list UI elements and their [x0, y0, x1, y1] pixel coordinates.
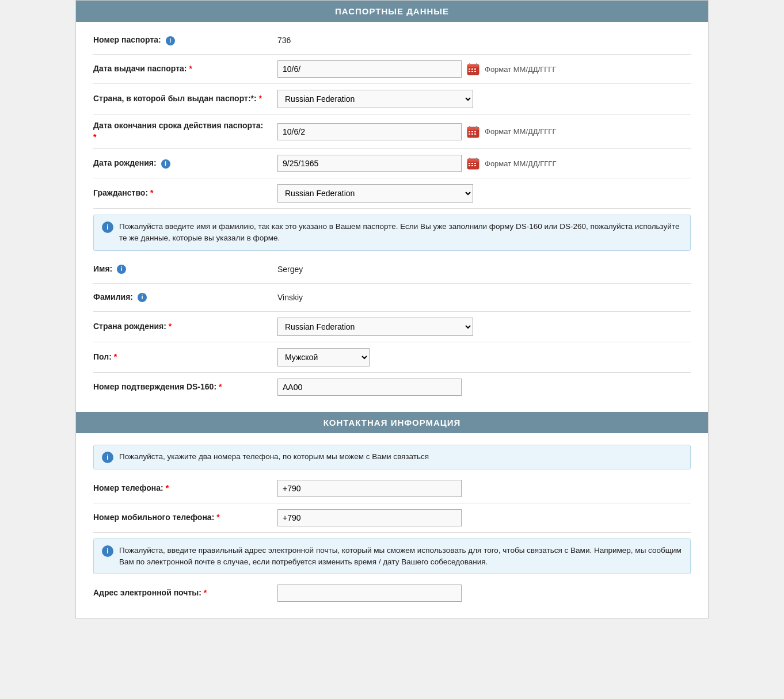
citizenship-select[interactable]: Russian Federation: [277, 184, 473, 203]
passport-section-header: ПАСПОРТНЫЕ ДАННЫЕ: [76, 1, 708, 22]
svg-rect-22: [469, 158, 470, 161]
svg-rect-29: [474, 165, 476, 166]
citizenship-label: Гражданство: *: [93, 188, 277, 199]
svg-rect-12: [469, 126, 470, 129]
expiry-date-format-hint: Формат ММ/ДД/ГГГГ: [485, 127, 556, 136]
svg-rect-7: [469, 71, 470, 72]
first-name-row: Имя: i Sergey: [93, 257, 691, 282]
contact-section-body: i Пожалуйста, укажите два номера телефон…: [76, 433, 708, 618]
passport-expiry-date-calendar-icon[interactable]: [466, 125, 480, 139]
email-control: [277, 585, 691, 602]
last-name-label: Фамилия: i: [93, 292, 277, 303]
passport-country-label: Страна, в которой был выдан паспорт:*: *: [93, 93, 277, 105]
svg-rect-2: [469, 63, 470, 66]
svg-rect-28: [471, 165, 473, 166]
contact-info-icon: i: [102, 452, 113, 463]
mobile-control: [277, 509, 691, 526]
mobile-label: Номер мобильного телефона: *: [93, 512, 277, 524]
passport-info-text: Пожалуйста введите имя и фамилию, так ка…: [119, 221, 682, 245]
svg-rect-14: [469, 131, 470, 132]
first-name-control: Sergey: [277, 262, 691, 277]
gender-control: Мужской Женский: [277, 348, 691, 366]
gender-row: Пол: * Мужской Женский: [93, 343, 691, 371]
passport-issue-date-calendar-icon[interactable]: [466, 62, 480, 76]
passport-number-label: Номер паспорта: i: [93, 35, 277, 46]
first-name-value: Sergey: [277, 262, 303, 277]
passport-expiry-date-row: Дата окончания срока действия паспорта: …: [93, 116, 691, 147]
passport-issue-date-control: Формат ММ/ДД/ГГГГ: [277, 60, 691, 78]
phone-row: Номер телефона: *: [93, 475, 691, 502]
passport-expiry-date-input[interactable]: [277, 123, 462, 140]
svg-rect-5: [471, 68, 473, 70]
passport-issue-date-row: Дата выдачи паспорта: *: [93, 56, 691, 82]
svg-rect-15: [471, 131, 473, 132]
ds160-input[interactable]: [277, 379, 462, 396]
passport-country-row: Страна, в которой был выдан паспорт:*: *…: [93, 85, 691, 113]
svg-rect-18: [471, 133, 473, 135]
first-name-label: Имя: i: [93, 263, 277, 275]
birth-date-calendar-icon[interactable]: [466, 156, 480, 170]
passport-country-control: Russian Federation: [277, 90, 691, 108]
passport-number-value: 736: [277, 33, 291, 48]
mobile-row: Номер мобильного телефона: *: [93, 505, 691, 531]
issue-date-format-hint: Формат ММ/ДД/ГГГГ: [485, 65, 556, 74]
phone-label: Номер телефона: *: [93, 483, 277, 494]
email-info-box: i Пожалуйста, введите правильный адрес э…: [93, 538, 691, 575]
gender-label: Пол: *: [93, 352, 277, 363]
passport-number-control: 736: [277, 33, 691, 48]
svg-rect-17: [469, 133, 470, 135]
email-info-text: Пожалуйста, введите правильный адрес эле…: [119, 545, 682, 568]
birth-date-info-icon[interactable]: i: [161, 159, 170, 169]
passport-number-row: Номер паспорта: i 736: [93, 28, 691, 53]
svg-rect-16: [474, 131, 476, 132]
svg-rect-25: [471, 163, 473, 164]
email-info-icon: i: [102, 545, 113, 557]
birth-date-input[interactable]: [277, 155, 462, 172]
email-row: Адрес электронной почты: *: [93, 580, 691, 606]
passport-country-select[interactable]: Russian Federation: [277, 90, 473, 108]
citizenship-row: Гражданство: * Russian Federation: [93, 179, 691, 207]
gender-select[interactable]: Мужской Женский: [277, 348, 370, 366]
passport-issue-date-input[interactable]: [277, 60, 462, 78]
passport-info-icon: i: [102, 221, 113, 233]
ds160-row: Номер подтверждения DS-160: *: [93, 374, 691, 400]
passport-section-body: Номер паспорта: i 736 Дата выдачи паспор…: [76, 22, 708, 412]
email-label: Адрес электронной почты: *: [93, 587, 277, 599]
birth-country-label: Страна рождения: *: [93, 321, 277, 333]
birth-country-control: Russian Federation: [277, 318, 691, 336]
svg-rect-6: [474, 68, 476, 70]
passport-expiry-date-label: Дата окончания срока действия паспорта: …: [93, 120, 277, 143]
last-name-control: Vinskiy: [277, 290, 691, 305]
svg-rect-26: [474, 163, 476, 164]
passport-info-box: i Пожалуйста введите имя и фамилию, так …: [93, 215, 691, 251]
svg-rect-9: [474, 71, 476, 72]
birth-date-format-hint: Формат ММ/ДД/ГГГГ: [485, 159, 556, 168]
svg-rect-19: [474, 133, 476, 135]
svg-rect-27: [469, 165, 470, 166]
contact-info-text: Пожалуйста, укажите два номера телефона,…: [119, 451, 429, 463]
contact-info-box: i Пожалуйста, укажите два номера телефон…: [93, 445, 691, 469]
phone-control: [277, 480, 691, 497]
passport-issue-date-label: Дата выдачи паспорта: *: [93, 63, 277, 75]
birth-country-row: Страна рождения: * Russian Federation: [93, 313, 691, 341]
ds160-control: [277, 379, 691, 396]
last-name-value: Vinskiy: [277, 290, 303, 305]
birth-date-row: Дата рождения: i: [93, 150, 691, 177]
last-name-info-icon[interactable]: i: [138, 293, 147, 302]
phone-input[interactable]: [277, 480, 462, 497]
passport-number-info-icon[interactable]: i: [166, 36, 175, 45]
ds160-label: Номер подтверждения DS-160: *: [93, 381, 277, 393]
mobile-input[interactable]: [277, 509, 462, 526]
birth-country-select[interactable]: Russian Federation: [277, 318, 473, 336]
svg-rect-3: [476, 63, 477, 66]
birth-date-control: Формат ММ/ДД/ГГГГ: [277, 155, 691, 172]
svg-rect-24: [469, 163, 470, 164]
svg-rect-13: [476, 126, 477, 129]
birth-date-label: Дата рождения: i: [93, 158, 277, 169]
svg-rect-4: [469, 68, 470, 70]
svg-rect-23: [476, 158, 477, 161]
first-name-info-icon[interactable]: i: [117, 265, 126, 274]
svg-rect-8: [471, 71, 473, 72]
email-input[interactable]: [277, 585, 462, 602]
last-name-row: Фамилия: i Vinskiy: [93, 285, 691, 310]
